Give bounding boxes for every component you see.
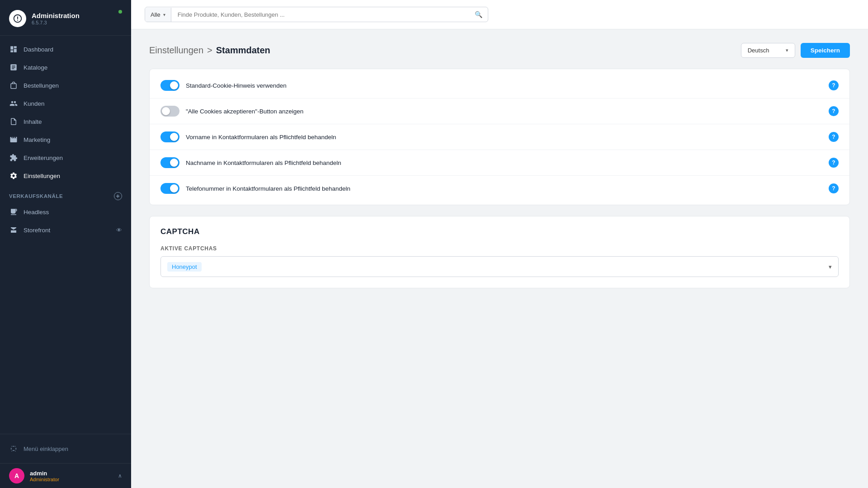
sidebar-item-label: Kunden — [24, 100, 45, 107]
sidebar-item-storefront[interactable]: Storefront 👁 — [0, 221, 131, 239]
topbar: Alle ▾ 🔍 — [131, 0, 868, 29]
captcha-tags-container[interactable]: Honeypot ▾ — [160, 256, 839, 277]
filter-chevron-icon: ▾ — [163, 12, 165, 17]
storefront-visibility-icon[interactable]: 👁 — [116, 227, 122, 234]
user-avatar: A — [9, 468, 24, 483]
app-name: Administration — [32, 12, 80, 20]
user-row: A admin Administrator ∧ — [0, 463, 131, 488]
sidebar: Administration 6.5.7.3 Dashboard Katalog… — [0, 0, 131, 488]
search-filter-dropdown[interactable]: Alle ▾ — [145, 8, 171, 22]
app-version: 6.5.7.3 — [32, 20, 80, 25]
headless-icon — [9, 207, 18, 216]
toggle-row-lastname-required: Nachname in Kontaktformularen als Pflich… — [150, 150, 849, 176]
toggle-lastname-required[interactable] — [160, 157, 179, 168]
marketing-icon — [9, 135, 18, 144]
sidebar-item-label: Einstellungen — [24, 173, 60, 179]
extensions-icon — [9, 153, 18, 162]
sales-channels-label: Verkaufskanäle — [9, 193, 63, 199]
sidebar-item-label: Storefront — [24, 227, 50, 234]
sidebar-item-einstellungen[interactable]: Einstellungen — [0, 167, 131, 185]
header-actions: Deutsch ▾ Speichern — [741, 43, 850, 58]
search-filter-label: Alle — [151, 11, 160, 18]
save-button[interactable]: Speichern — [801, 43, 850, 58]
captcha-tag[interactable]: Honeypot — [167, 262, 202, 272]
captcha-inner: Aktive CAPTCHAS Honeypot ▾ — [150, 236, 849, 288]
info-icon-phone-required[interactable]: ? — [829, 183, 839, 193]
sidebar-item-bestellungen[interactable]: Bestellungen — [0, 76, 131, 94]
breadcrumb: Einstellungen > Stammdaten — [149, 45, 270, 56]
user-menu-button[interactable]: ∧ — [118, 473, 122, 479]
customers-icon — [9, 99, 18, 108]
toggle-row-accept-all-btn: "Alle Cookies akzeptieren"-Button anzeig… — [150, 99, 849, 124]
toggle-label-lastname-required: Nachname in Kontaktformularen als Pflich… — [186, 160, 829, 166]
app-info: Administration 6.5.7.3 — [32, 12, 80, 25]
language-value: Deutsch — [748, 47, 769, 54]
toggle-firstname-required[interactable] — [160, 131, 179, 142]
captcha-title: CAPTCHA — [150, 216, 849, 236]
captcha-card: CAPTCHA Aktive CAPTCHAS Honeypot ▾ — [149, 216, 850, 288]
orders-icon — [9, 81, 18, 90]
toggle-label-accept-all-btn: "Alle Cookies akzeptieren"-Button anzeig… — [186, 108, 829, 115]
user-role: Administrator — [30, 477, 59, 482]
settings-icon — [9, 171, 18, 180]
add-sales-channel-button[interactable]: + — [114, 192, 122, 200]
info-icon-cookie-hint[interactable]: ? — [829, 80, 839, 90]
settings-card: Standard-Cookie-Hinweis verwenden ? "All… — [149, 69, 850, 205]
app-logo — [9, 10, 26, 27]
sidebar-item-label: Inhalte — [24, 118, 42, 125]
search-container: Alle ▾ 🔍 — [145, 7, 488, 22]
breadcrumb-parent: Einstellungen — [149, 45, 203, 56]
sidebar-item-dashboard[interactable]: Dashboard — [0, 40, 131, 58]
sidebar-item-label: Marketing — [24, 136, 50, 143]
captcha-dropdown-icon[interactable]: ▾ — [829, 263, 832, 270]
language-chevron-icon: ▾ — [786, 47, 788, 53]
toggle-phone-required[interactable] — [160, 183, 179, 194]
collapse-menu-item[interactable]: Menü einklappen — [0, 440, 131, 458]
breadcrumb-current: Stammdaten — [216, 45, 270, 56]
sidebar-header: Administration 6.5.7.3 — [0, 0, 131, 36]
dashboard-icon — [9, 45, 18, 54]
breadcrumb-separator: > — [207, 45, 212, 56]
toggle-row-firstname-required: Vorname in Kontaktformularen als Pflicht… — [150, 124, 849, 150]
info-icon-firstname-required[interactable]: ? — [829, 132, 839, 142]
sales-channels-section: Verkaufskanäle + — [0, 185, 131, 203]
sidebar-footer: Menü einklappen — [0, 434, 131, 463]
toggle-cookie-hint[interactable] — [160, 80, 179, 91]
storefront-icon — [9, 225, 18, 235]
sidebar-item-headless[interactable]: Headless — [0, 203, 131, 221]
info-icon-accept-all-btn[interactable]: ? — [829, 106, 839, 116]
toggle-label-firstname-required: Vorname in Kontaktformularen als Pflicht… — [186, 134, 829, 141]
search-button[interactable]: 🔍 — [469, 7, 488, 22]
sidebar-item-erweiterungen[interactable]: Erweiterungen — [0, 149, 131, 167]
search-input[interactable] — [171, 8, 469, 22]
sidebar-item-label: Bestellungen — [24, 82, 59, 89]
sidebar-item-marketing[interactable]: Marketing — [0, 131, 131, 149]
sidebar-item-kunden[interactable]: Kunden — [0, 94, 131, 113]
collapse-label: Menü einklappen — [24, 446, 68, 452]
sidebar-item-inhalte[interactable]: Inhalte — [0, 113, 131, 131]
main-content: Alle ▾ 🔍 Einstellungen > Stammdaten Deut… — [131, 0, 868, 488]
settings-card-inner: Standard-Cookie-Hinweis verwenden ? "All… — [150, 69, 849, 205]
captcha-field-label: Aktive CAPTCHAS — [160, 245, 839, 252]
content-icon — [9, 117, 18, 126]
toggle-label-cookie-hint: Standard-Cookie-Hinweis verwenden — [186, 82, 829, 89]
toggle-accept-all-btn[interactable] — [160, 106, 179, 117]
online-indicator — [118, 10, 122, 14]
sidebar-item-label: Headless — [24, 209, 49, 216]
user-name: admin — [30, 470, 59, 477]
sidebar-item-label: Erweiterungen — [24, 155, 63, 161]
sidebar-item-label: Kataloge — [24, 64, 47, 71]
toggle-label-phone-required: Telefonummer in Kontaktformularen als Pf… — [186, 185, 829, 192]
page-header: Einstellungen > Stammdaten Deutsch ▾ Spe… — [149, 43, 850, 58]
catalog-icon — [9, 63, 18, 72]
sidebar-navigation: Dashboard Kataloge Bestellungen Kunden I… — [0, 36, 131, 434]
language-select[interactable]: Deutsch ▾ — [741, 43, 795, 58]
toggle-row-phone-required: Telefonummer in Kontaktformularen als Pf… — [150, 176, 849, 201]
user-info: admin Administrator — [30, 470, 59, 482]
sidebar-item-label: Dashboard — [24, 46, 53, 53]
info-icon-lastname-required[interactable]: ? — [829, 158, 839, 168]
collapse-icon — [9, 444, 18, 453]
page-content: Einstellungen > Stammdaten Deutsch ▾ Spe… — [131, 29, 868, 488]
sidebar-item-kataloge[interactable]: Kataloge — [0, 58, 131, 76]
toggle-row-cookie-hint: Standard-Cookie-Hinweis verwenden ? — [150, 73, 849, 99]
